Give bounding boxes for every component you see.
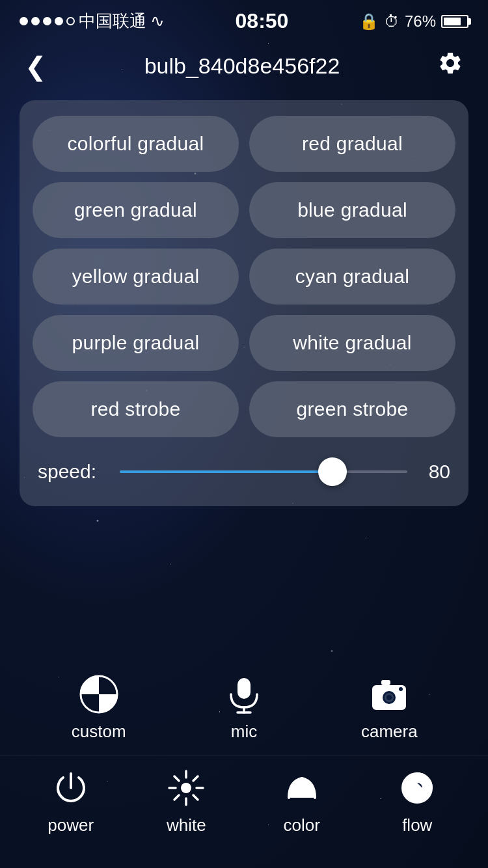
- dot3: [43, 17, 51, 25]
- settings-button[interactable]: [432, 45, 468, 87]
- mode-btn-green-strobe[interactable]: green strobe: [249, 381, 455, 437]
- camera-label: camera: [361, 722, 418, 742]
- battery-percent: 76%: [405, 12, 436, 31]
- mode-btn-red-gradual[interactable]: red gradual: [249, 116, 455, 172]
- color-icon: [282, 768, 321, 807]
- status-bar: 中国联通 ∿ 08:50 🔒 ⏱ 76%: [0, 0, 488, 38]
- main-card: colorful gradual red gradual green gradu…: [20, 100, 468, 506]
- power-label: power: [47, 815, 94, 835]
- wifi-icon: ∿: [150, 11, 165, 31]
- svg-line-17: [193, 776, 198, 781]
- speed-row: speed: 80: [33, 455, 455, 488]
- custom-icon: [79, 675, 118, 714]
- svg-point-9: [399, 687, 403, 691]
- dot2: [31, 17, 40, 25]
- mode-btn-purple-gradual[interactable]: purple gradual: [33, 315, 239, 371]
- nav-item-mic[interactable]: mic: [211, 675, 277, 742]
- white-icon: [167, 768, 206, 807]
- nav-row-top: custom mic: [0, 655, 488, 755]
- mode-btn-yellow-gradual[interactable]: yellow gradual: [33, 249, 239, 305]
- svg-point-7: [386, 695, 392, 700]
- nav-item-camera[interactable]: camera: [357, 675, 422, 742]
- back-button[interactable]: ❮: [20, 46, 52, 87]
- camera-icon: [370, 675, 409, 714]
- mode-btn-cyan-gradual[interactable]: cyan gradual: [249, 249, 455, 305]
- nav-item-custom[interactable]: custom: [66, 675, 131, 742]
- color-label: color: [284, 815, 320, 835]
- svg-line-16: [193, 795, 198, 800]
- svg-line-18: [174, 795, 179, 800]
- svg-rect-1: [237, 678, 251, 699]
- flow-label: flow: [402, 815, 432, 835]
- dot4: [55, 17, 63, 25]
- mic-label: mic: [231, 722, 257, 742]
- carrier-label: 中国联通: [79, 10, 146, 33]
- svg-line-15: [174, 776, 179, 781]
- status-left: 中国联通 ∿: [20, 10, 165, 33]
- status-time: 08:50: [236, 9, 289, 33]
- speed-slider-container: [120, 455, 407, 488]
- nav-item-white[interactable]: white: [154, 768, 219, 835]
- mode-btn-blue-gradual[interactable]: blue gradual: [249, 182, 455, 238]
- power-icon: [51, 768, 90, 807]
- nav-item-flow[interactable]: flow: [385, 768, 450, 835]
- alarm-icon: ⏱: [384, 12, 400, 31]
- signal-dots: [20, 17, 75, 25]
- bottom-nav: custom mic: [0, 655, 488, 868]
- mic-icon: [224, 675, 264, 714]
- nav-row-bottom: power white: [0, 755, 488, 868]
- mode-btn-colorful-gradual[interactable]: colorful gradual: [33, 116, 239, 172]
- mode-btn-red-strobe[interactable]: red strobe: [33, 381, 239, 437]
- page-title: bulb_840d8e456f22: [144, 53, 340, 79]
- white-label: white: [167, 815, 206, 835]
- mode-btn-white-gradual[interactable]: white gradual: [249, 315, 455, 371]
- mode-grid: colorful gradual red gradual green gradu…: [33, 116, 455, 437]
- battery-icon: [441, 15, 468, 28]
- speed-value: 80: [418, 461, 450, 483]
- dot1: [20, 17, 28, 25]
- status-right: 🔒 ⏱ 76%: [359, 12, 468, 31]
- speed-label: speed:: [38, 461, 109, 483]
- custom-label: custom: [72, 722, 126, 742]
- nav-item-color[interactable]: color: [269, 768, 334, 835]
- dot5: [66, 17, 75, 25]
- lock-icon: 🔒: [359, 12, 379, 31]
- flow-icon: [398, 768, 437, 807]
- svg-point-10: [181, 783, 191, 793]
- nav-item-power[interactable]: power: [38, 768, 103, 835]
- header: ❮ bulb_840d8e456f22: [0, 38, 488, 100]
- mode-btn-green-gradual[interactable]: green gradual: [33, 182, 239, 238]
- svg-rect-8: [381, 680, 390, 685]
